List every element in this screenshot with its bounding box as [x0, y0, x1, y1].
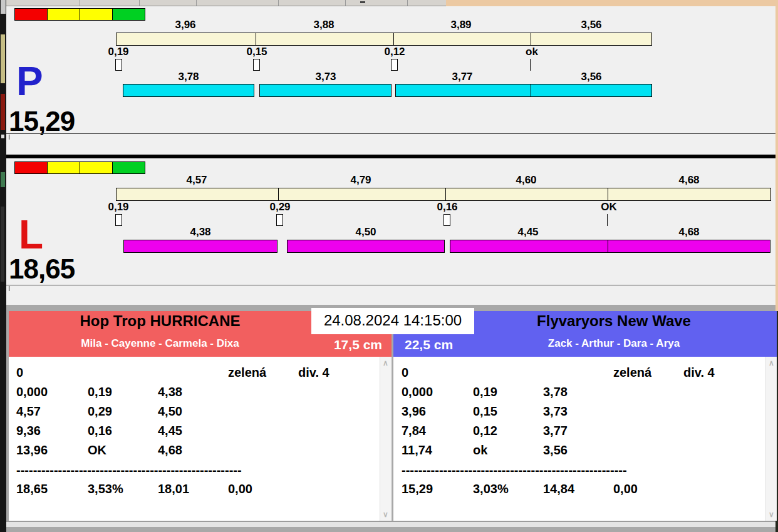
scroll-down-icon[interactable]: ∨ — [380, 510, 391, 519]
panel-separator-line — [6, 133, 775, 134]
edge-fragment — [1, 34, 5, 83]
team-name: Hop Trop HURRICANE — [9, 313, 311, 329]
split-label: 4,45 — [494, 227, 563, 237]
start-light-tree — [15, 8, 145, 21]
split-bar-segment — [395, 84, 652, 97]
text-caret — [9, 286, 9, 291]
toolbar-divider — [345, 0, 346, 6]
start-light-yellow-2 — [80, 8, 113, 21]
changeover-label: ok — [501, 46, 563, 57]
changeover-label: 0,12 — [363, 46, 426, 57]
split-bar-segment — [123, 84, 254, 97]
changeover-marker — [253, 59, 260, 71]
start-light-red — [14, 8, 48, 21]
log-cell: ok — [473, 443, 487, 457]
changeover-marker — [115, 59, 122, 71]
run-log-right[interactable]: 0 zelená div. 4 0,000 0,19 3,78 3,96 0,1… — [393, 357, 777, 521]
edge-fragment — [1, 135, 4, 138]
log-cell: 3,03% — [473, 482, 509, 496]
log-cell: 0,000 — [402, 385, 433, 399]
log-cell: 11,74 — [402, 443, 432, 457]
start-light-red — [14, 161, 48, 174]
log-cell: 4,68 — [158, 443, 182, 457]
changeover-label: 0,16 — [416, 202, 479, 212]
log-cell: 3,78 — [543, 385, 568, 399]
start-light-yellow-2 — [80, 161, 113, 174]
log-cell: 0,29 — [88, 404, 112, 418]
log-cell: 3,53% — [88, 482, 123, 496]
scroll-up-icon[interactable]: ∧ — [380, 359, 391, 367]
log-cell: 4,57 — [16, 404, 41, 418]
lane-total-time: 15,29 — [9, 108, 75, 135]
log-cell: 4,50 — [158, 404, 182, 418]
bar-divider — [278, 188, 279, 200]
ok-marker — [530, 59, 531, 71]
start-light-yellow-1 — [47, 161, 80, 174]
changeover-marker — [276, 214, 283, 226]
split-label: 4,57 — [162, 175, 231, 185]
bar-divider — [531, 84, 531, 96]
scroll-up-icon[interactable]: ∧ — [766, 359, 777, 367]
text-caret — [9, 135, 9, 140]
log-cell: 0,15 — [473, 404, 497, 418]
toolbar-divider — [80, 0, 80, 6]
scrollbar[interactable]: ∧ ∨ — [380, 357, 391, 521]
scroll-down-icon[interactable]: ∨ — [766, 510, 777, 519]
lane-letter: P — [16, 61, 43, 101]
edge-fragment — [1, 94, 5, 130]
window-top-edge — [6, 0, 446, 6]
start-light-green — [112, 8, 145, 21]
run-log-left[interactable]: 0 zelená div. 4 0,000 0,19 4,38 4,57 0,2… — [9, 357, 392, 521]
log-cell: 0,00 — [228, 482, 252, 496]
split-label: 3,56 — [557, 19, 626, 30]
log-cell: 0 — [16, 366, 23, 379]
team-dogs: Mila - Cayenne - Carmela - Dixa — [9, 338, 311, 349]
split-label: 3,56 — [557, 71, 626, 82]
log-cell: 15,29 — [402, 482, 433, 496]
split-bar-segment — [287, 240, 445, 253]
split-label: 4,68 — [655, 227, 724, 237]
panel-separator-line — [6, 285, 775, 285]
toolbar-divider — [196, 0, 197, 6]
app-window: 3,96 3,88 3,89 3,56 0,19 0,15 0,12 ok 3,… — [0, 0, 778, 532]
split-label: 3,96 — [151, 19, 220, 30]
team-name: Flyvaryors New Wave — [474, 313, 754, 329]
split-bar-top — [116, 33, 652, 46]
log-divider: ----------------------------------------… — [402, 463, 627, 477]
scrollbar[interactable]: ∧ ∨ — [765, 357, 777, 521]
background-window-edge — [0, 0, 6, 532]
log-cell: 0,00 — [613, 482, 638, 496]
edge-fragment — [1, 207, 4, 282]
start-light-tree — [15, 161, 145, 174]
split-label: 3,77 — [428, 71, 497, 82]
log-divider: ----------------------------------------… — [16, 463, 242, 477]
split-bar-segment — [123, 240, 277, 253]
changeover-marker — [391, 59, 398, 71]
toolbar-divider — [139, 0, 140, 6]
log-cell: 0,19 — [88, 385, 112, 399]
split-label: 3,78 — [154, 71, 223, 82]
changeover-marker — [115, 214, 122, 226]
bar-divider — [608, 240, 608, 252]
split-label: 3,73 — [291, 71, 360, 82]
bar-divider — [393, 33, 394, 45]
bar-divider — [608, 188, 608, 200]
log-cell: 0 — [402, 366, 408, 379]
jump-height: 17,5 cm — [276, 337, 382, 352]
changeover-label: OK — [578, 202, 640, 212]
changeover-label: 0,29 — [249, 202, 311, 212]
lane-letter: L — [19, 215, 43, 255]
edge-fragment — [1, 172, 5, 187]
changeover-label: 0,19 — [87, 202, 150, 212]
split-label: 4,68 — [655, 175, 724, 185]
split-label: 3,89 — [427, 19, 495, 30]
log-cell: 7,84 — [402, 424, 426, 437]
split-label: 3,88 — [289, 19, 358, 30]
log-cell: 3,56 — [543, 443, 568, 457]
split-bar-segment — [450, 240, 770, 253]
log-cell: 9,36 — [16, 424, 41, 437]
toolbar-divider — [407, 0, 408, 6]
changeover-label: 0,15 — [226, 46, 288, 57]
log-cell: 0,16 — [88, 424, 112, 437]
log-cell: 3,73 — [543, 404, 568, 418]
